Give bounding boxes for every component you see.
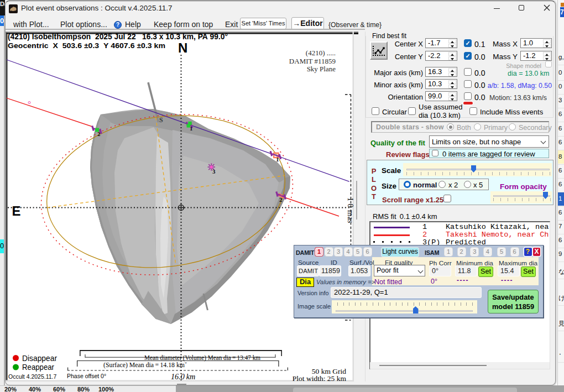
svg-text:E: E — [12, 203, 21, 218]
svg-text:Disappear: Disappear — [22, 354, 57, 363]
svg-text:DAMIT #11859: DAMIT #11859 — [289, 57, 336, 65]
svg-text:Mean diameter (Volume) Mean di: Mean diameter (Volume) Mean dia = 13.47 … — [144, 354, 260, 362]
svg-text:N: N — [178, 40, 187, 55]
svg-text:1 0 mas: 1 0 mas — [346, 197, 354, 223]
svg-text:(4210) Isobelthompson 2025 Ju: (4210) Isobelthompson 2025 Jul 22 16.3 x… — [8, 32, 228, 41]
svg-text:Plot width: 25 km: Plot width: 25 km — [293, 374, 347, 382]
svg-text:Geocentric X 503.6 ±0.3 Y 4: Geocentric X 503.6 ±0.3 Y 4607.6 ±0.3 km — [8, 41, 165, 50]
svg-text:1: 1 — [190, 125, 193, 132]
svg-text:Occult 4.2025.11.7: Occult 4.2025.11.7 — [8, 373, 57, 380]
svg-text:Reappear: Reappear — [22, 363, 54, 372]
svg-text:3: 3 — [212, 168, 216, 175]
svg-text:16.0 km: 16.0 km — [171, 372, 195, 381]
svg-text:S: S — [159, 116, 163, 124]
svg-text:(4210) .....: (4210) ..... — [306, 49, 336, 57]
svg-text:2: 2 — [97, 130, 101, 137]
svg-text:2: 2 — [279, 196, 283, 203]
svg-text:Phase offset 0°: Phase offset 0° — [67, 373, 106, 379]
svg-text:(Surface) Mean dia = 14.18 km˘: (Surface) Mean dia = 14.18 km˘ — [103, 361, 187, 369]
svg-text:Sky Plane: Sky Plane — [307, 65, 336, 73]
svg-text:1: 1 — [276, 156, 279, 163]
